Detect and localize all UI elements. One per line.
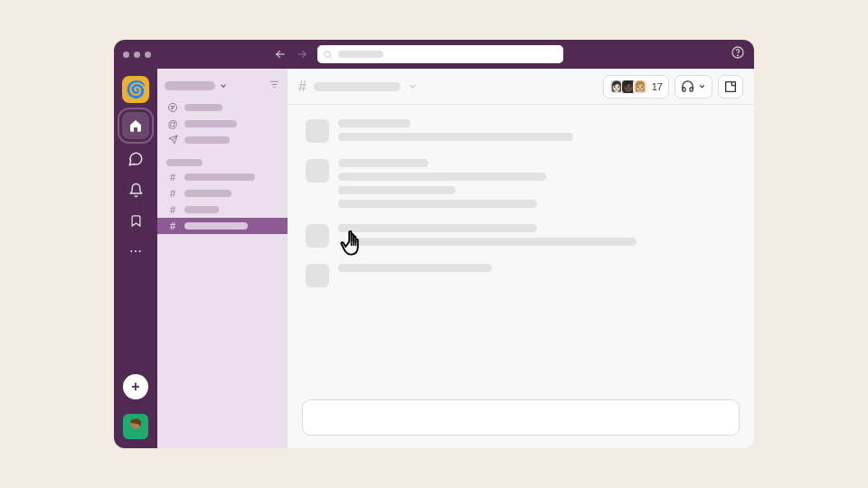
arrow-right-icon (296, 48, 308, 61)
workspace-logo-icon: 🌀 (126, 80, 146, 99)
text-skeleton (338, 224, 537, 232)
svg-point-5 (139, 250, 141, 252)
message[interactable] (306, 264, 736, 287)
workspace-switcher[interactable]: 🌀 (122, 76, 149, 103)
create-button[interactable]: + (123, 374, 148, 399)
chevron-down-icon (219, 78, 228, 94)
section-heading-skeleton (166, 159, 203, 166)
search-input[interactable] (317, 45, 563, 63)
forward-button[interactable] (294, 48, 310, 61)
text-skeleton (338, 264, 492, 272)
avatar: 👩🏼 (633, 80, 647, 94)
text-skeleton (338, 119, 410, 127)
svg-point-2 (738, 55, 739, 56)
text-skeleton (356, 238, 637, 246)
send-icon (166, 135, 179, 145)
search-icon (323, 50, 333, 60)
help-icon (731, 45, 745, 60)
rail-activity[interactable] (122, 179, 149, 201)
sidebar-channel[interactable]: # (157, 202, 288, 218)
home-icon (128, 118, 143, 133)
member-avatars: 👩🏻 🧑🏿 👩🏼 (609, 80, 647, 94)
chevron-down-icon (698, 82, 706, 90)
member-count-button[interactable]: 👩🏻 🧑🏿 👩🏼 17 (603, 75, 669, 99)
headphones-icon (681, 80, 694, 93)
sidebar-label-skeleton (184, 136, 230, 144)
text-skeleton (338, 173, 546, 181)
avatar (306, 119, 329, 143)
message-composer[interactable] (302, 399, 740, 436)
text-skeleton (338, 200, 537, 208)
filter-button[interactable] (269, 78, 280, 94)
filter-icon (269, 79, 280, 90)
user-avatar-icon (123, 414, 148, 439)
window-controls[interactable] (123, 52, 151, 58)
rail-home[interactable] (122, 112, 149, 139)
message[interactable] (306, 159, 736, 208)
chevron-down-icon[interactable] (408, 79, 418, 95)
channel-header: # 👩🏻 🧑🏿 👩🏼 17 (288, 69, 754, 105)
nav-rail: 🌀 + (114, 69, 157, 448)
user-menu[interactable] (123, 414, 148, 439)
avatar (306, 159, 329, 183)
message[interactable] (306, 119, 736, 143)
rail-dms[interactable] (122, 148, 149, 170)
traffic-dot[interactable] (123, 52, 129, 58)
at-icon: @ (166, 118, 179, 129)
bell-icon (128, 183, 144, 198)
arrow-left-icon (274, 48, 287, 61)
traffic-dot[interactable] (145, 52, 151, 58)
sidebar-section-header[interactable] (157, 156, 288, 169)
channel-sidebar: @ # # # # (157, 69, 288, 448)
message-list[interactable] (288, 105, 754, 399)
huddle-button[interactable] (675, 75, 712, 99)
workspace-header[interactable] (157, 76, 288, 99)
sidebar-item-mentions[interactable]: @ (157, 116, 288, 132)
avatar (306, 224, 329, 248)
sidebar-label-skeleton (184, 104, 222, 111)
back-button[interactable] (272, 48, 288, 61)
help-button[interactable] (731, 45, 745, 63)
channel-name-skeleton (184, 222, 248, 230)
titlebar (114, 40, 754, 69)
text-skeleton (338, 159, 429, 167)
svg-point-0 (325, 51, 330, 56)
canvas-button[interactable] (718, 75, 743, 99)
traffic-dot[interactable] (134, 52, 140, 58)
message[interactable] (306, 224, 736, 248)
rail-later[interactable] (122, 210, 149, 231)
hash-icon: # (166, 188, 179, 199)
avatar (306, 264, 329, 287)
search-placeholder-skeleton (338, 51, 383, 58)
svg-point-4 (135, 250, 137, 252)
text-skeleton (338, 133, 573, 141)
hash-icon: # (166, 172, 179, 183)
sidebar-item-threads[interactable] (157, 99, 288, 116)
channel-name-skeleton (184, 174, 255, 181)
channel-name-skeleton (184, 190, 231, 197)
sidebar-channel[interactable]: # (157, 185, 288, 202)
svg-point-3 (130, 250, 132, 252)
member-count: 17 (652, 81, 663, 92)
message-circle-icon (166, 102, 179, 113)
ellipsis-icon (128, 244, 143, 258)
rail-more[interactable] (122, 240, 149, 262)
channel-view: # 👩🏻 🧑🏿 👩🏼 17 (288, 69, 754, 448)
chat-icon (127, 151, 144, 167)
workspace-name-skeleton (165, 81, 215, 90)
sidebar-item-drafts[interactable] (157, 132, 288, 147)
sidebar-channel-selected[interactable]: # (157, 218, 288, 234)
plus-icon: + (131, 379, 139, 395)
sidebar-label-skeleton (184, 120, 237, 127)
channel-name-skeleton[interactable] (314, 82, 401, 91)
sidebar-channel[interactable]: # (157, 169, 288, 185)
text-skeleton (338, 186, 456, 194)
channel-name-skeleton (184, 206, 219, 213)
hash-icon: # (298, 79, 307, 95)
app-window: 🌀 + (114, 40, 754, 448)
bookmark-icon (129, 214, 143, 228)
canvas-icon (723, 80, 738, 94)
hash-icon: # (166, 204, 179, 215)
hash-icon: # (166, 221, 179, 231)
